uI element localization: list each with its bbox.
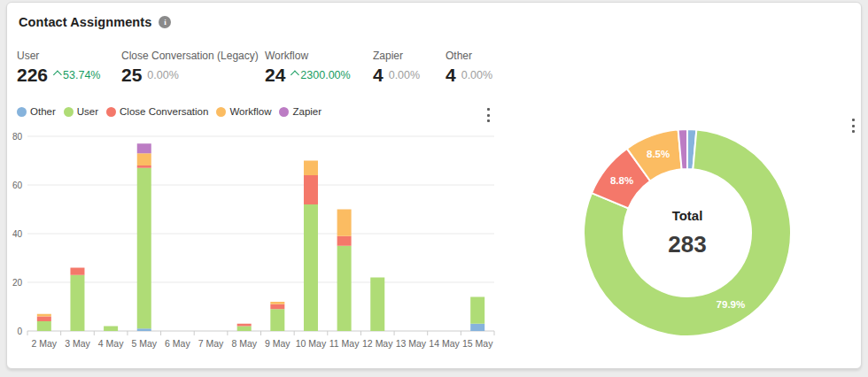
- bar-segment[interactable]: [237, 324, 252, 327]
- stat-value: 4: [446, 65, 456, 84]
- caret-up-icon: [291, 71, 299, 80]
- bar-segment[interactable]: [37, 321, 51, 331]
- stat-label: Close Conversation (Legacy): [121, 50, 259, 62]
- donut-chart-menu-icon[interactable]: [847, 118, 859, 134]
- svg-text:0: 0: [17, 327, 22, 336]
- svg-text:3 May: 3 May: [65, 338, 90, 349]
- svg-text:13 May: 13 May: [396, 338, 427, 349]
- svg-text:80: 80: [12, 132, 23, 142]
- stat-value: 24: [265, 65, 285, 84]
- stat-zapier: Zapier 4 0.00%: [373, 50, 420, 84]
- bar-segment[interactable]: [237, 327, 252, 332]
- bar-segment[interactable]: [37, 314, 51, 317]
- bar-segment[interactable]: [370, 278, 384, 332]
- donut-chart[interactable]: 79.9%8.8%8.5%: [581, 125, 798, 342]
- legend-item-close-conversation[interactable]: Close Conversation: [106, 106, 208, 117]
- svg-text:40: 40: [12, 229, 23, 239]
- stat-delta: 0.00%: [461, 69, 492, 81]
- stat-label: User: [17, 50, 100, 62]
- bar-segment[interactable]: [70, 275, 84, 331]
- svg-text:8 May: 8 May: [231, 338, 257, 349]
- stat-delta: 2300.00%: [291, 69, 350, 81]
- donut-slice-label: 79.9%: [717, 299, 746, 310]
- bar-segment[interactable]: [70, 268, 84, 275]
- stat-value: 4: [373, 65, 384, 84]
- bar-segment[interactable]: [304, 161, 318, 176]
- stat-workflow: Workflow 24 2300.00%: [265, 50, 351, 84]
- bar-segment[interactable]: [137, 168, 151, 329]
- stat-delta: 0.00%: [389, 69, 420, 81]
- bar-segment[interactable]: [470, 297, 484, 324]
- stacked-bar-chart[interactable]: 0204060802 May3 May4 May5 May6 May7 May8…: [7, 127, 514, 358]
- bar-segment[interactable]: [137, 328, 151, 331]
- svg-text:15 May: 15 May: [462, 338, 493, 349]
- svg-text:5 May: 5 May: [131, 338, 157, 349]
- bar-segment[interactable]: [270, 304, 284, 310]
- stat-delta: 0.00%: [147, 69, 178, 81]
- bar-segment[interactable]: [104, 327, 118, 332]
- bar-segment[interactable]: [337, 210, 352, 236]
- legend-dot-user-icon: [64, 107, 74, 117]
- stat-close-conversation-legacy: Close Conversation (Legacy) 25 0.00%: [121, 50, 259, 84]
- stat-value: 25: [121, 65, 142, 84]
- bar-segment[interactable]: [337, 236, 352, 246]
- stat-value: 226: [17, 65, 48, 84]
- bar-segment[interactable]: [270, 309, 284, 331]
- page-title: Contact Assignments: [19, 15, 151, 29]
- bar-segment[interactable]: [137, 153, 151, 165]
- bar-segment[interactable]: [470, 324, 484, 331]
- legend-dot-close-conversation-icon: [106, 107, 116, 117]
- stat-label: Other: [446, 50, 492, 62]
- svg-text:4 May: 4 May: [98, 338, 124, 349]
- bar-segment[interactable]: [37, 317, 51, 322]
- legend-item-user[interactable]: User: [64, 106, 98, 117]
- legend-item-zapier[interactable]: Zapier: [279, 106, 322, 117]
- svg-text:20: 20: [12, 278, 23, 288]
- legend-item-workflow[interactable]: Workflow: [216, 106, 271, 117]
- legend-dot-workflow-icon: [216, 107, 226, 117]
- donut-slice-label: 8.5%: [647, 149, 670, 159]
- stat-label: Zapier: [373, 50, 420, 62]
- stat-user: User 226 53.74%: [17, 50, 100, 84]
- legend-dot-other-icon: [17, 107, 27, 117]
- svg-text:14 May: 14 May: [429, 338, 460, 349]
- svg-text:7 May: 7 May: [198, 338, 224, 349]
- svg-text:12 May: 12 May: [362, 338, 393, 349]
- svg-text:10 May: 10 May: [296, 338, 327, 349]
- stat-label: Workflow: [265, 50, 351, 62]
- bar-segment[interactable]: [304, 175, 318, 204]
- svg-text:6 May: 6 May: [165, 338, 190, 349]
- bar-segment[interactable]: [304, 204, 318, 331]
- svg-text:9 May: 9 May: [265, 338, 291, 349]
- stat-other: Other 4 0.00%: [446, 50, 492, 84]
- bar-segment[interactable]: [270, 302, 284, 304]
- info-icon[interactable]: i: [159, 16, 171, 28]
- bar-segment[interactable]: [137, 165, 151, 168]
- caret-up-icon: [53, 71, 62, 80]
- contact-assignments-card: Contact Assignments i User 226 53.74% Cl…: [6, 2, 862, 369]
- svg-text:11 May: 11 May: [329, 338, 360, 349]
- bar-segment[interactable]: [337, 246, 352, 331]
- svg-text:60: 60: [12, 181, 23, 190]
- bar-chart-menu-icon[interactable]: [482, 107, 494, 123]
- donut-slice-label: 8.8%: [610, 175, 633, 186]
- legend-dot-zapier-icon: [279, 107, 289, 117]
- stat-delta: 53.74%: [53, 69, 100, 81]
- svg-text:2 May: 2 May: [32, 338, 58, 349]
- bar-segment[interactable]: [137, 143, 151, 153]
- legend-item-other[interactable]: Other: [17, 106, 56, 117]
- bar-chart-legend: Other User Close Conversation Workflow Z…: [17, 106, 322, 117]
- card-header: Contact Assignments i: [19, 15, 171, 29]
